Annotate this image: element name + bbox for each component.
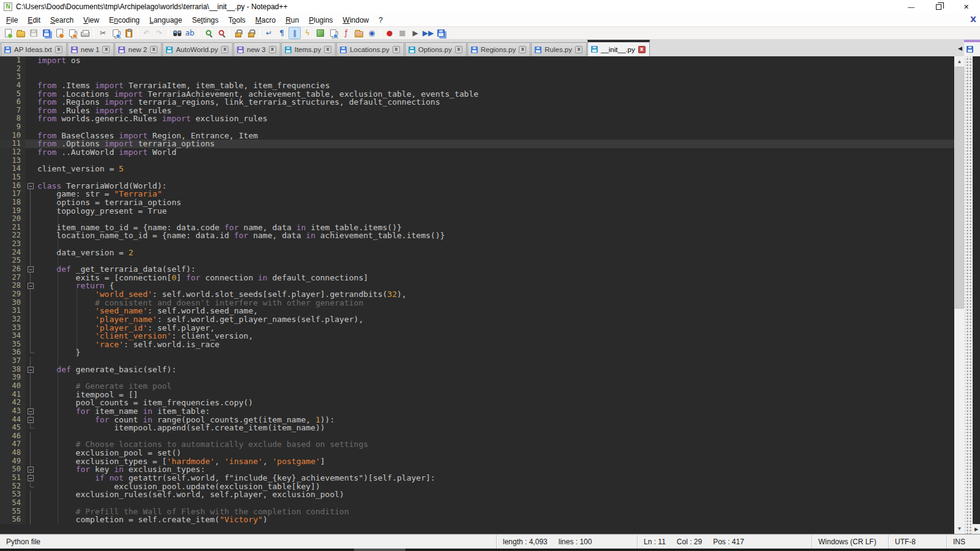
- menu-item-edit[interactable]: Edit: [23, 15, 45, 26]
- undo-icon[interactable]: ↶: [140, 27, 153, 39]
- fold-marker-icon[interactable]: [26, 182, 35, 190]
- partial-tab[interactable]: [964, 40, 980, 56]
- code-line[interactable]: 25: [0, 257, 954, 265]
- code-line[interactable]: 27 exits = [connection[0] for connection…: [0, 274, 954, 282]
- word-wrap-icon[interactable]: ↵: [263, 27, 275, 39]
- code-line[interactable]: 40 # Generate item pool: [0, 382, 954, 391]
- close-all-docs-icon[interactable]: [66, 27, 78, 39]
- code-line[interactable]: 14client_version = 5: [0, 165, 954, 173]
- fold-marker-icon[interactable]: [26, 416, 35, 424]
- code-line[interactable]: 1import os: [0, 56, 954, 65]
- tab-close-icon[interactable]: x: [324, 46, 331, 53]
- monitoring-icon[interactable]: ◉: [366, 27, 378, 39]
- function-list-icon[interactable]: ƒ: [340, 27, 352, 39]
- code-line[interactable]: 49 exclusion_types = ['hardmode', 'insan…: [0, 457, 954, 466]
- status-encoding[interactable]: UTF-8: [888, 535, 946, 549]
- tab-new-3[interactable]: new 3x: [233, 42, 281, 56]
- code-line[interactable]: 47 # Choose locations to automatically e…: [0, 440, 954, 449]
- code-line[interactable]: 31 'seed_name': self.world.seed_name,: [0, 307, 954, 315]
- open-file-icon[interactable]: [15, 27, 27, 39]
- menu-item-language[interactable]: Language: [145, 15, 187, 26]
- view-splitter[interactable]: [965, 56, 973, 534]
- fold-marker-icon[interactable]: [26, 407, 35, 416]
- menu-item-settings[interactable]: Settings: [187, 15, 223, 26]
- vertical-scrollbar[interactable]: ▲ ▼: [954, 56, 965, 534]
- code-line[interactable]: 38 def generate_basic(self):: [0, 365, 954, 374]
- code-line[interactable]: 54: [0, 499, 954, 508]
- tab-regions-py[interactable]: Regions.pyx: [467, 42, 531, 56]
- code-line[interactable]: 28 return {: [0, 282, 954, 290]
- menu-item-run[interactable]: Run: [281, 15, 304, 26]
- menu-item-encoding[interactable]: Encoding: [104, 15, 145, 26]
- menu-item-window[interactable]: Window: [338, 15, 374, 26]
- code-line[interactable]: 46: [0, 432, 954, 441]
- code-editor[interactable]: 1import os234from .Items import Terraria…: [0, 56, 954, 534]
- menu-item-tools[interactable]: Tools: [224, 15, 251, 26]
- code-line[interactable]: 21 item_name_to_id = {name: data.code fo…: [0, 223, 954, 232]
- code-line[interactable]: 17 game: str = "Terraria": [0, 190, 954, 198]
- restore-button[interactable]: [925, 0, 952, 13]
- code-line[interactable]: 7from .Rules import set_rules: [0, 107, 954, 115]
- tab-locations-py[interactable]: Locations.pyx: [336, 42, 404, 56]
- tab-items-py[interactable]: Items.pyx: [281, 42, 336, 56]
- code-line[interactable]: 13: [0, 157, 954, 165]
- tab--init-py[interactable]: __init__.pyx: [587, 40, 650, 56]
- paste-icon[interactable]: [123, 27, 135, 39]
- zoom-in-icon[interactable]: [202, 27, 214, 39]
- code-line[interactable]: 34 'client_version': client_version,: [0, 332, 954, 340]
- tab-close-icon[interactable]: x: [221, 46, 228, 53]
- tab-new-1[interactable]: new 1x: [67, 42, 115, 56]
- code-line[interactable]: 42 pool_counts = item_frequencies.copy(): [0, 399, 954, 407]
- fold-marker-icon[interactable]: [26, 474, 35, 482]
- tab-options-py[interactable]: Options.pyx: [405, 42, 467, 56]
- menu-item-view[interactable]: View: [78, 15, 104, 26]
- show-all-characters-icon[interactable]: ¶: [276, 27, 288, 39]
- tab-close-icon[interactable]: x: [575, 46, 582, 53]
- code-line[interactable]: 30 # consistent and doesn't interfere wi…: [0, 299, 954, 307]
- code-line[interactable]: 45 itempool.append(self.create_item(item…: [0, 424, 954, 432]
- code-line[interactable]: 52 exclusion_pool.update(exclusion_table…: [0, 482, 954, 491]
- code-line[interactable]: 55 # Prefill the Wall of Flesh with the …: [0, 508, 954, 516]
- tab-close-icon[interactable]: x: [638, 46, 646, 53]
- code-line[interactable]: 5from .Locations import TerrariaAchievem…: [0, 90, 954, 99]
- menu-item-macro[interactable]: Macro: [251, 15, 281, 26]
- define-language-icon[interactable]: ϟ: [301, 27, 314, 39]
- show-indent-guide-icon[interactable]: ∥: [288, 27, 301, 39]
- sync-horizontal-scroll-icon[interactable]: [245, 27, 257, 39]
- scroll-down-icon[interactable]: ▼: [954, 523, 965, 534]
- code-line[interactable]: 4from .Items import TerrariaItem, item_t…: [0, 81, 954, 90]
- code-line[interactable]: 6from .Regions import terraria_regions, …: [0, 98, 954, 107]
- macro-run-multiple-icon[interactable]: ▶▶: [422, 27, 434, 39]
- code-line[interactable]: 22 location_name_to_id = {name: data.id …: [0, 231, 954, 240]
- code-line[interactable]: 24 data_version = 2: [0, 249, 954, 257]
- code-line[interactable]: 36 }: [0, 348, 954, 357]
- code-line[interactable]: 20: [0, 215, 954, 223]
- code-line[interactable]: 53 exclusion_rules(self.world, self.play…: [0, 490, 954, 499]
- tab-scroll-left-icon[interactable]: ◀: [956, 45, 964, 51]
- code-line[interactable]: 50 for key in exclusion_types:: [0, 465, 954, 474]
- code-line[interactable]: 3: [0, 73, 954, 81]
- document-list-icon[interactable]: [327, 27, 339, 39]
- document-map-icon[interactable]: [314, 27, 326, 39]
- code-line[interactable]: 26 def _get_terraria_data(self):: [0, 265, 954, 274]
- code-line[interactable]: 43 for item_name in item_table:: [0, 407, 954, 416]
- tab-close-icon[interactable]: x: [55, 46, 62, 53]
- macro-play-icon[interactable]: ▶: [409, 27, 421, 39]
- code-line[interactable]: 18 options = terraria_options: [0, 198, 954, 207]
- code-line[interactable]: 35 'race': self.world.is_race: [0, 340, 954, 349]
- tab-close-icon[interactable]: x: [519, 46, 526, 53]
- tab-close-icon[interactable]: x: [393, 46, 400, 53]
- scroll-right-icon[interactable]: ▶: [973, 524, 980, 534]
- macro-stop-icon[interactable]: ■: [396, 27, 409, 39]
- close-doc-icon[interactable]: [53, 27, 66, 39]
- menu-item-search[interactable]: Search: [45, 15, 78, 26]
- code-line[interactable]: 44 for count in range(pool_counts.get(it…: [0, 416, 954, 424]
- tab-ap-ideas-txt[interactable]: AP Ideas.txtx: [1, 42, 67, 56]
- sync-vertical-scroll-icon[interactable]: [232, 27, 244, 39]
- code-line[interactable]: 56 completion = self.create_item("Victor…: [0, 515, 954, 524]
- find-icon[interactable]: [171, 27, 183, 39]
- code-line[interactable]: 29 'world_seed': self.world.slot_seeds[s…: [0, 290, 954, 299]
- code-line[interactable]: 19 topology_present = True: [0, 207, 954, 216]
- code-line[interactable]: 32 'player_name': self.world.get_player_…: [0, 315, 954, 324]
- tab-close-icon[interactable]: x: [150, 46, 157, 53]
